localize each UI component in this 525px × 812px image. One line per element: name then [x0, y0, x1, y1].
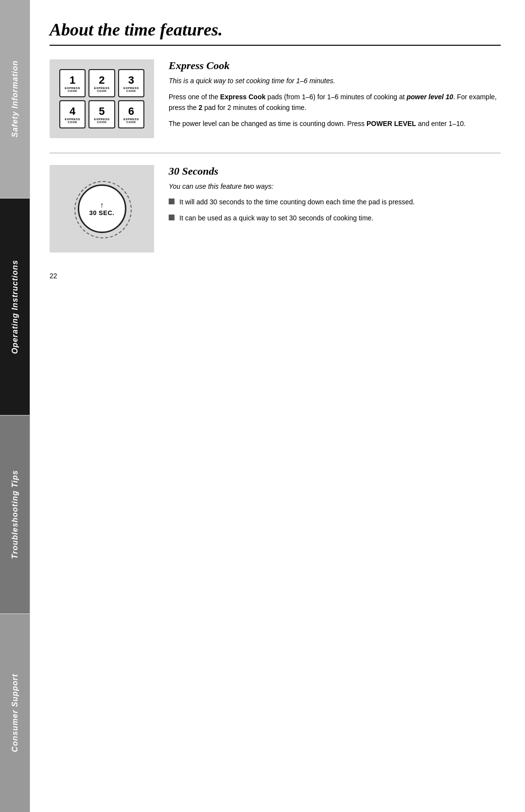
pad-4[interactable]: 4 EXPRESS COOK: [59, 100, 86, 128]
thirty-seconds-subtitle: You can use this feature two ways:: [169, 182, 501, 190]
express-cook-body2: The power level can be changed as time i…: [169, 118, 501, 129]
pad-4-label: EXPRESS COOK: [62, 118, 83, 124]
express-cook-image: 1 EXPRESS COOK 2 EXPRESS COOK 3 EXPRESS …: [50, 59, 154, 138]
pad-4-number: 4: [70, 106, 75, 117]
thirty-seconds-image: ↑ 30 SEC.: [50, 165, 154, 253]
pad-5-label: EXPRESS COOK: [91, 118, 112, 124]
sidebar-section-consumer[interactable]: Consumer Support: [0, 614, 30, 812]
section-divider: [50, 153, 501, 153]
thirty-seconds-title: 30 Seconds: [169, 165, 501, 178]
bullet-square-1: [169, 198, 175, 204]
pad-3-label: EXPRESS COOK: [121, 87, 141, 92]
sidebar-label-troubleshooting: Troubleshooting Tips: [9, 466, 21, 563]
thirty-sec-button[interactable]: ↑ 30 SEC.: [78, 184, 126, 233]
sidebar-label-operating: Operating Instructions: [9, 256, 21, 358]
title-rule: [50, 45, 501, 46]
pad-3-number: 3: [128, 75, 134, 86]
express-cook-body1: Press one of the Express Cook pads (from…: [169, 91, 501, 113]
pad-2-number: 2: [99, 75, 105, 86]
pad-1-number: 1: [70, 75, 75, 86]
pad-3[interactable]: 3 EXPRESS COOK: [118, 69, 144, 97]
express-cook-subtitle: This is a quick way to set cooking time …: [169, 77, 501, 85]
pad-6[interactable]: 6 EXPRESS COOK: [118, 100, 144, 128]
sec-button-label: 30 SEC.: [89, 209, 115, 217]
thirty-seconds-section: ↑ 30 SEC. 30 Seconds You can use this fe…: [50, 165, 501, 253]
bullet-text-1: It will add 30 seconds to the time count…: [179, 197, 415, 207]
pad-1-label: EXPRESS COOK: [62, 87, 83, 92]
pad-2[interactable]: 2 EXPRESS COOK: [88, 69, 115, 97]
express-cook-title: Express Cook: [169, 59, 501, 72]
bullet-text-2: It can be used as a quick way to set 30 …: [179, 213, 373, 223]
page-number: 22: [50, 272, 501, 280]
thirty-seconds-content: 30 Seconds You can use this feature two …: [169, 165, 501, 229]
bullet-item-2: It can be used as a quick way to set 30 …: [169, 213, 501, 223]
sidebar-section-operating[interactable]: Operating Instructions: [0, 198, 30, 415]
bullet-square-2: [169, 215, 175, 220]
sidebar-section-troubleshooting[interactable]: Troubleshooting Tips: [0, 415, 30, 614]
bullet-item-1: It will add 30 seconds to the time count…: [169, 197, 501, 207]
pad-5[interactable]: 5 EXPRESS COOK: [88, 100, 115, 128]
main-content: About the time features. 1 EXPRESS COOK …: [30, 0, 525, 812]
sidebar-label-safety: Safety Information: [9, 56, 21, 141]
pad-6-label: EXPRESS COOK: [121, 118, 141, 124]
pad-grid: 1 EXPRESS COOK 2 EXPRESS COOK 3 EXPRESS …: [59, 69, 144, 128]
page-title: About the time features.: [50, 19, 501, 40]
pad-1[interactable]: 1 EXPRESS COOK: [59, 69, 86, 97]
sec-button-wrapper: ↑ 30 SEC.: [59, 175, 144, 243]
pad-6-number: 6: [128, 106, 134, 117]
pad-2-label: EXPRESS COOK: [91, 87, 112, 92]
express-cook-section: 1 EXPRESS COOK 2 EXPRESS COOK 3 EXPRESS …: [50, 59, 501, 138]
sidebar-label-consumer: Consumer Support: [9, 670, 21, 756]
sec-arrow-icon: ↑: [100, 201, 104, 209]
express-cook-content: Express Cook This is a quick way to set …: [169, 59, 501, 134]
pad-5-number: 5: [99, 106, 105, 117]
sidebar-section-safety[interactable]: Safety Information: [0, 0, 30, 198]
sidebar: Safety Information Operating Instruction…: [0, 0, 30, 812]
